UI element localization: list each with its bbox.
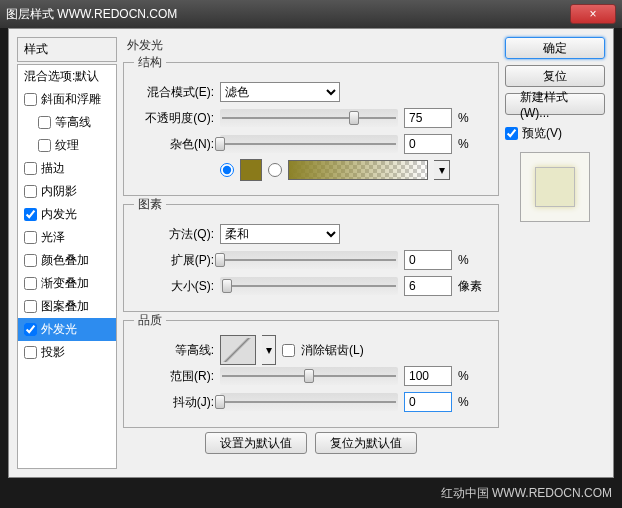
style-list: 混合选项:默认 斜面和浮雕等高线纹理描边内阴影内发光光泽颜色叠加渐变叠加图案叠加… <box>17 64 117 469</box>
color-gradient-radio[interactable] <box>268 163 282 177</box>
style-checkbox[interactable] <box>24 185 37 198</box>
technique-label: 方法(Q): <box>134 226 214 243</box>
style-item-label: 外发光 <box>41 321 77 338</box>
contour-picker[interactable] <box>220 335 256 365</box>
jitter-slider[interactable] <box>220 393 398 411</box>
styles-header: 样式 <box>17 37 117 62</box>
opacity-label: 不透明度(O): <box>134 110 214 127</box>
size-slider[interactable] <box>220 277 398 295</box>
antialias-label: 消除锯齿(L) <box>301 342 364 359</box>
style-checkbox[interactable] <box>24 208 37 221</box>
contour-dropdown[interactable]: ▾ <box>262 335 276 365</box>
percent-unit: % <box>458 111 488 125</box>
style-item-label: 颜色叠加 <box>41 252 89 269</box>
settings-column: 外发光 结构 混合模式(E): 滤色 不透明度(O): % 杂色(N): % <box>123 37 499 469</box>
gradient-dropdown[interactable]: ▾ <box>434 160 450 180</box>
style-item-8[interactable]: 渐变叠加 <box>18 272 116 295</box>
style-item-5[interactable]: 内发光 <box>18 203 116 226</box>
preview-checkbox[interactable] <box>505 127 518 140</box>
style-checkbox[interactable] <box>24 323 37 336</box>
ok-button[interactable]: 确定 <box>505 37 605 59</box>
style-item-6[interactable]: 光泽 <box>18 226 116 249</box>
window-title: 图层样式 WWW.REDOCN.COM <box>6 6 570 23</box>
quality-title: 品质 <box>134 312 166 329</box>
style-checkbox[interactable] <box>24 277 37 290</box>
style-item-label: 光泽 <box>41 229 65 246</box>
opacity-slider[interactable] <box>220 109 398 127</box>
left-column: 样式 混合选项:默认 斜面和浮雕等高线纹理描边内阴影内发光光泽颜色叠加渐变叠加图… <box>17 37 117 469</box>
size-input[interactable] <box>404 276 452 296</box>
range-label: 范围(R): <box>134 368 214 385</box>
new-style-button[interactable]: 新建样式(W)... <box>505 93 605 115</box>
structure-title: 结构 <box>134 54 166 71</box>
style-item-4[interactable]: 内阴影 <box>18 180 116 203</box>
style-item-label: 投影 <box>41 344 65 361</box>
blend-mode-label: 混合模式(E): <box>134 84 214 101</box>
spread-slider[interactable] <box>220 251 398 269</box>
size-label: 大小(S): <box>134 278 214 295</box>
structure-group: 结构 混合模式(E): 滤色 不透明度(O): % 杂色(N): % <box>123 54 499 196</box>
title-bar: 图层样式 WWW.REDOCN.COM × <box>0 0 622 28</box>
style-item-9[interactable]: 图案叠加 <box>18 295 116 318</box>
elements-group: 图素 方法(Q): 柔和 扩展(P): % 大小(S): 像素 <box>123 196 499 312</box>
style-item-label: 描边 <box>41 160 65 177</box>
style-item-label: 内发光 <box>41 206 77 223</box>
style-item-7[interactable]: 颜色叠加 <box>18 249 116 272</box>
spread-label: 扩展(P): <box>134 252 214 269</box>
spread-input[interactable] <box>404 250 452 270</box>
set-default-button[interactable]: 设置为默认值 <box>205 432 307 454</box>
style-checkbox[interactable] <box>38 116 51 129</box>
style-item-label: 图案叠加 <box>41 298 89 315</box>
elements-title: 图素 <box>134 196 166 213</box>
preview-swatch <box>535 167 575 207</box>
style-item-11[interactable]: 投影 <box>18 341 116 364</box>
color-solid-radio[interactable] <box>220 163 234 177</box>
blend-options-item[interactable]: 混合选项:默认 <box>18 65 116 88</box>
style-checkbox[interactable] <box>24 346 37 359</box>
size-unit: 像素 <box>458 278 488 295</box>
watermark: 红动中国 WWW.REDOCN.COM <box>441 485 612 502</box>
right-column: 确定 复位 新建样式(W)... 预览(V) <box>505 37 605 469</box>
style-checkbox[interactable] <box>38 139 51 152</box>
jitter-label: 抖动(J): <box>134 394 214 411</box>
jitter-input[interactable] <box>404 392 452 412</box>
style-checkbox[interactable] <box>24 162 37 175</box>
style-checkbox[interactable] <box>24 93 37 106</box>
style-item-1[interactable]: 等高线 <box>18 111 116 134</box>
style-item-0[interactable]: 斜面和浮雕 <box>18 88 116 111</box>
noise-label: 杂色(N): <box>134 136 214 153</box>
blend-mode-select[interactable]: 滤色 <box>220 82 340 102</box>
style-item-2[interactable]: 纹理 <box>18 134 116 157</box>
preview-toggle[interactable]: 预览(V) <box>505 125 605 142</box>
style-item-3[interactable]: 描边 <box>18 157 116 180</box>
gradient-picker[interactable] <box>288 160 428 180</box>
preview-box <box>520 152 590 222</box>
reset-default-button[interactable]: 复位为默认值 <box>315 432 417 454</box>
range-slider[interactable] <box>220 367 398 385</box>
antialias-checkbox[interactable] <box>282 344 295 357</box>
style-item-label: 等高线 <box>55 114 91 131</box>
noise-input[interactable] <box>404 134 452 154</box>
style-item-10[interactable]: 外发光 <box>18 318 116 341</box>
contour-label: 等高线: <box>134 342 214 359</box>
style-checkbox[interactable] <box>24 254 37 267</box>
style-item-label: 纹理 <box>55 137 79 154</box>
close-button[interactable]: × <box>570 4 616 24</box>
style-item-label: 内阴影 <box>41 183 77 200</box>
cancel-button[interactable]: 复位 <box>505 65 605 87</box>
style-checkbox[interactable] <box>24 231 37 244</box>
opacity-input[interactable] <box>404 108 452 128</box>
noise-slider[interactable] <box>220 135 398 153</box>
technique-select[interactable]: 柔和 <box>220 224 340 244</box>
style-checkbox[interactable] <box>24 300 37 313</box>
dialog: 样式 混合选项:默认 斜面和浮雕等高线纹理描边内阴影内发光光泽颜色叠加渐变叠加图… <box>8 28 614 478</box>
quality-group: 品质 等高线: ▾ 消除锯齿(L) 范围(R): % 抖动(J): % <box>123 312 499 428</box>
close-icon: × <box>589 7 596 21</box>
style-item-label: 斜面和浮雕 <box>41 91 101 108</box>
panel-title: 外发光 <box>123 37 167 54</box>
range-input[interactable] <box>404 366 452 386</box>
color-swatch[interactable] <box>240 159 262 181</box>
style-item-label: 渐变叠加 <box>41 275 89 292</box>
